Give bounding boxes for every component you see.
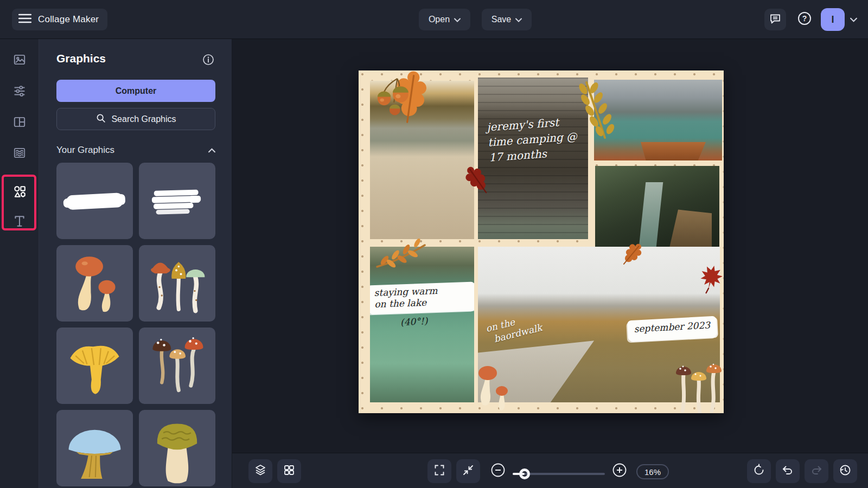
photo-holding-baby-by-lake[interactable]: staying warm on the lake (40°!) bbox=[370, 247, 474, 402]
waterfall-shape bbox=[639, 182, 663, 247]
brush-stroke-date[interactable]: september 2023 bbox=[627, 316, 717, 342]
stairs-shape bbox=[669, 209, 712, 247]
graphics-panel: Graphics Computer Search Graphics Your G… bbox=[39, 39, 232, 488]
graphic-tile-yellow-chanterelle[interactable] bbox=[56, 328, 133, 404]
avatar[interactable]: I bbox=[821, 8, 845, 31]
open-button-label: Open bbox=[429, 15, 450, 24]
orange-rowan-branch-sticker[interactable] bbox=[375, 239, 427, 270]
gold-leaf-branch-sticker[interactable] bbox=[576, 79, 623, 141]
save-button[interactable]: Save bbox=[482, 9, 532, 30]
graphic-tile-brush-stroke[interactable] bbox=[56, 163, 133, 239]
history-button[interactable] bbox=[833, 459, 857, 483]
zoom-value-input[interactable]: 16% bbox=[636, 464, 669, 479]
search-icon bbox=[95, 113, 106, 125]
rail-item-graphics[interactable] bbox=[0, 179, 39, 207]
tool-rail bbox=[0, 39, 39, 488]
graphic-tile-skinny-mushroom-trio[interactable] bbox=[139, 245, 215, 322]
your-graphics-label: Your Graphics bbox=[56, 145, 114, 156]
expand-icon bbox=[433, 464, 446, 479]
zoom-slider[interactable] bbox=[513, 473, 605, 475]
shapes-icon bbox=[12, 184, 27, 202]
save-button-label: Save bbox=[492, 15, 511, 24]
image-icon bbox=[12, 53, 27, 69]
acorn-cluster-sticker[interactable] bbox=[372, 77, 417, 116]
fit-to-screen-button[interactable] bbox=[427, 459, 451, 483]
undo-icon bbox=[781, 464, 794, 479]
main-menu-button[interactable]: Collage Maker bbox=[12, 9, 107, 30]
zoom-in-button[interactable] bbox=[612, 464, 627, 478]
plus-circle-icon bbox=[612, 463, 627, 479]
boat-shape bbox=[641, 142, 706, 160]
zoom-value: 16% bbox=[644, 467, 661, 477]
minus-circle-icon bbox=[491, 463, 505, 479]
rail-item-image-manager[interactable] bbox=[0, 47, 39, 75]
info-button[interactable] bbox=[202, 53, 215, 66]
redo-icon bbox=[810, 464, 823, 479]
search-graphics-button[interactable]: Search Graphics bbox=[56, 108, 215, 130]
layers-button[interactable] bbox=[248, 459, 272, 483]
search-graphics-label: Search Graphics bbox=[111, 114, 176, 124]
bottom-toolbar: 16% bbox=[232, 453, 868, 488]
brush-stroke-label[interactable]: staying warm on the lake bbox=[370, 282, 474, 314]
chevron-up-icon bbox=[208, 145, 215, 155]
computer-button-label: Computer bbox=[116, 86, 157, 96]
rail-item-patterns[interactable] bbox=[0, 140, 39, 168]
your-graphics-toggle[interactable]: Your Graphics bbox=[56, 144, 215, 157]
panel-title: Graphics bbox=[56, 52, 106, 65]
photo-log-cabin[interactable]: jeremy's first time camping @ 17 months bbox=[478, 78, 588, 239]
redo-button[interactable] bbox=[805, 459, 828, 483]
caption-lake: staying warm on the lake bbox=[374, 285, 438, 311]
account-menu-chevron[interactable] bbox=[848, 15, 859, 24]
reset-button[interactable] bbox=[747, 459, 771, 483]
collage-document[interactable]: jeremy's first time camping @ 17 months … bbox=[359, 70, 724, 413]
canvas-area: jeremy's first time camping @ 17 months … bbox=[232, 39, 868, 453]
zoom-out-button[interactable] bbox=[491, 464, 505, 478]
graphic-tile-brush-stroke-textured[interactable] bbox=[139, 163, 215, 239]
layers-icon bbox=[254, 464, 267, 479]
computer-upload-button[interactable]: Computer bbox=[56, 80, 215, 102]
pattern-icon bbox=[12, 146, 27, 162]
history-icon bbox=[839, 464, 852, 479]
layout-icon bbox=[12, 115, 27, 131]
info-icon bbox=[202, 59, 215, 68]
caption-lake-temp[interactable]: (40°!) bbox=[400, 316, 428, 328]
tall-mushroom-trio-sticker[interactable] bbox=[671, 361, 725, 413]
grid-layout-button[interactable] bbox=[277, 459, 301, 483]
sliders-icon bbox=[12, 84, 27, 100]
help-icon: ? bbox=[796, 10, 813, 29]
top-bar: Collage Maker Open Save bbox=[0, 0, 868, 39]
chevron-down-icon bbox=[515, 15, 522, 24]
graphic-tile-spotted-mushroom-cluster[interactable] bbox=[139, 328, 215, 404]
rail-item-edit[interactable] bbox=[0, 78, 39, 106]
undo-button[interactable] bbox=[776, 459, 800, 483]
hamburger-icon bbox=[18, 14, 31, 25]
chevron-down-icon bbox=[454, 15, 461, 24]
photo-gorge-boardwalk[interactable] bbox=[595, 166, 719, 247]
graphic-tile-orange-mushroom-pair[interactable] bbox=[56, 245, 133, 322]
rail-item-text[interactable] bbox=[0, 208, 39, 236]
grid-icon bbox=[283, 464, 296, 479]
zoom-slider-knob[interactable] bbox=[519, 468, 530, 479]
collapse-icon bbox=[462, 464, 475, 479]
text-icon bbox=[12, 214, 27, 231]
help-button[interactable]: ? bbox=[794, 9, 815, 30]
chevron-down-icon bbox=[850, 15, 857, 24]
caption-boardwalk[interactable]: on the baordwalk bbox=[484, 310, 543, 346]
open-button[interactable]: Open bbox=[419, 9, 470, 30]
app-title: Collage Maker bbox=[38, 14, 99, 25]
feedback-button[interactable] bbox=[764, 9, 786, 30]
graphic-tile-blue-cap-mushroom[interactable] bbox=[56, 410, 133, 486]
svg-text:?: ? bbox=[802, 14, 807, 23]
rail-item-layouts[interactable] bbox=[0, 109, 39, 137]
graphic-tile-porcini-mushroom[interactable] bbox=[139, 410, 215, 486]
caption-cabin[interactable]: jeremy's first time camping @ 17 months bbox=[486, 113, 578, 165]
avatar-initial: I bbox=[831, 14, 834, 25]
refresh-icon bbox=[752, 464, 765, 479]
collage-maker-app: Collage Maker Open Save bbox=[0, 0, 868, 488]
chat-icon bbox=[769, 12, 782, 27]
mushroom-pair-sticker[interactable] bbox=[473, 363, 510, 413]
actual-size-button[interactable] bbox=[456, 459, 480, 483]
caption-date: september 2023 bbox=[627, 319, 717, 335]
